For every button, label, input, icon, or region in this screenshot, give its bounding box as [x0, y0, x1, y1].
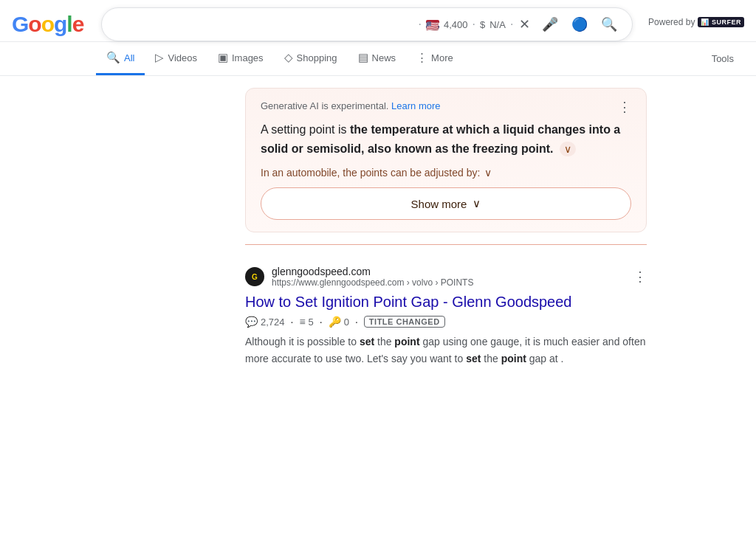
logo-l: l — [66, 12, 72, 36]
snippet-bold1: set — [360, 336, 374, 347]
ai-more-options-button[interactable]: ⋮ — [618, 100, 631, 114]
result-meta: 💬 2,724 · ≡ 5 · 🔑 0 · TITLE CHANGED — [245, 316, 647, 328]
ai-text-prefix: A setting point is — [261, 123, 350, 136]
site-info: glenngoodspeed.com https://www.glenngood… — [272, 266, 473, 288]
meta-lists: ≡ 5 — [299, 316, 313, 328]
mic-button[interactable]: 🎤 — [539, 13, 561, 35]
mic-icon: 🎤 — [542, 16, 558, 32]
search-input[interactable]: setting points — [114, 18, 410, 31]
images-icon: ▣ — [218, 51, 228, 64]
logo-o1: o — [28, 12, 41, 36]
ai-learn-more-link[interactable]: Learn more — [391, 100, 440, 111]
flag-icon: 🇺🇸 — [426, 20, 439, 29]
meta-sep2: · — [320, 316, 323, 328]
tab-news-label: News — [372, 52, 396, 63]
favicon-letter: G — [252, 273, 258, 281]
lens-button[interactable]: 🔵 — [568, 13, 591, 35]
powered-by-label: Powered by — [648, 17, 695, 27]
result-title-link[interactable]: How to Set Ignition Point Gap - Glenn Go… — [245, 292, 647, 311]
snippet-before: Although it is possible to — [245, 336, 360, 347]
result-more-button[interactable]: ⋮ — [633, 269, 647, 285]
ai-expand-button[interactable]: ∨ — [560, 142, 576, 156]
tools-label: Tools — [712, 53, 734, 64]
snippet-middle1: the — [374, 336, 394, 347]
lists-icon: ≡ — [299, 316, 305, 328]
snippet-bold2: point — [394, 336, 419, 347]
keys-icon: 🔑 — [329, 316, 341, 328]
google-logo[interactable]: Google — [12, 12, 83, 37]
logo-G: G — [12, 12, 28, 36]
logo-g: g — [54, 12, 66, 36]
search-result: G glenngoodspeed.com https://www.glenngo… — [245, 257, 647, 376]
ai-subtext: In an automobile, the points can be adju… — [261, 167, 631, 179]
lists-count: 5 — [309, 317, 314, 328]
tools-button[interactable]: Tools — [701, 44, 744, 73]
snippet-bold4: point — [501, 353, 526, 364]
meta-sep1: · — [291, 316, 294, 328]
tab-more-label: More — [431, 52, 453, 63]
tab-images[interactable]: ▣ Images — [207, 42, 274, 75]
ai-main-text: A setting point is the temperature at wh… — [261, 120, 631, 158]
tab-more[interactable]: ⋮ More — [406, 42, 464, 75]
nav-tabs: 🔍 All ▷ Videos ▣ Images ◇ Shopping ▤ New… — [0, 42, 756, 76]
lens-icon: 🔵 — [571, 16, 588, 32]
powered-by: Powered by 📊 SURFER — [648, 17, 744, 32]
search-cpc: N/A — [489, 19, 506, 30]
search-icon: 🔍 — [601, 16, 617, 32]
show-more-button[interactable]: Show more ∨ — [261, 187, 631, 220]
divider — [245, 244, 647, 245]
logo-o2: o — [41, 12, 54, 36]
tab-images-label: Images — [232, 52, 264, 63]
surfer-icon: 📊 — [701, 18, 709, 26]
all-icon: 🔍 — [106, 51, 120, 64]
show-more-label: Show more — [411, 198, 467, 210]
snippet-middle3: the — [481, 353, 501, 364]
result-snippet: Although it is possible to set the point… — [245, 333, 647, 367]
ai-experimental-text: Generative AI is experimental. Learn mor… — [261, 100, 631, 111]
meta-divider3: · — [510, 18, 513, 31]
clear-button[interactable]: ✕ — [518, 15, 532, 34]
site-favicon: G — [245, 267, 264, 286]
keys-count: 0 — [344, 317, 349, 328]
logo-e: e — [72, 12, 84, 36]
search-bar: setting points · 🇺🇸 4,400 · $ N/A · ✕ 🎤 … — [101, 7, 633, 41]
ai-subtext-label: In an automobile, the points can be adju… — [261, 167, 480, 179]
meta-sep3: · — [355, 316, 358, 328]
tab-news[interactable]: ▤ News — [348, 42, 407, 75]
surfer-logo: 📊 SURFER — [698, 17, 744, 27]
news-icon: ▤ — [358, 51, 368, 64]
search-button[interactable]: 🔍 — [598, 13, 620, 35]
tab-videos-label: Videos — [168, 52, 197, 63]
tab-videos[interactable]: ▷ Videos — [145, 42, 207, 75]
result-site: G glenngoodspeed.com https://www.glenngo… — [245, 266, 647, 288]
comments-count: 2,724 — [261, 317, 285, 328]
meta-keys: 🔑 0 — [329, 316, 349, 328]
dollar-icon: $ — [480, 19, 485, 30]
snippet-after: gap at . — [526, 353, 564, 364]
tab-shopping[interactable]: ◇ Shopping — [274, 42, 348, 75]
meta-divider1: · — [419, 18, 422, 31]
header: Google setting points · 🇺🇸 4,400 · $ N/A… — [0, 0, 756, 42]
title-changed-badge: TITLE CHANGED — [364, 316, 445, 328]
videos-icon: ▷ — [155, 51, 164, 64]
shopping-icon: ◇ — [284, 51, 293, 64]
ai-overview: ⋮ Generative AI is experimental. Learn m… — [245, 88, 647, 232]
site-url: https://www.glenngoodspeed.com › volvo ›… — [272, 277, 473, 288]
comments-icon: 💬 — [245, 316, 258, 328]
surfer-brand: SURFER — [712, 18, 741, 26]
ai-subtext-chevron[interactable]: ∨ — [484, 167, 492, 179]
snippet-bold3: set — [466, 353, 481, 364]
ai-experimental-label: Generative AI is experimental. — [261, 100, 388, 111]
search-bar-wrapper: setting points · 🇺🇸 4,400 · $ N/A · ✕ 🎤 … — [101, 7, 633, 41]
meta-comments: 💬 2,724 — [245, 316, 285, 328]
main-content: ⋮ Generative AI is experimental. Learn m… — [97, 76, 659, 387]
show-more-chevron: ∨ — [472, 197, 481, 210]
more-icon: ⋮ — [416, 51, 427, 64]
tab-shopping-label: Shopping — [297, 52, 337, 63]
tab-all-label: All — [124, 52, 134, 63]
search-volume: 4,400 — [444, 19, 468, 30]
site-name: glenngoodspeed.com — [272, 266, 473, 277]
meta-divider2: · — [472, 18, 475, 31]
tab-all[interactable]: 🔍 All — [96, 42, 145, 75]
search-meta: · 🇺🇸 4,400 · $ N/A · ✕ — [419, 15, 532, 34]
